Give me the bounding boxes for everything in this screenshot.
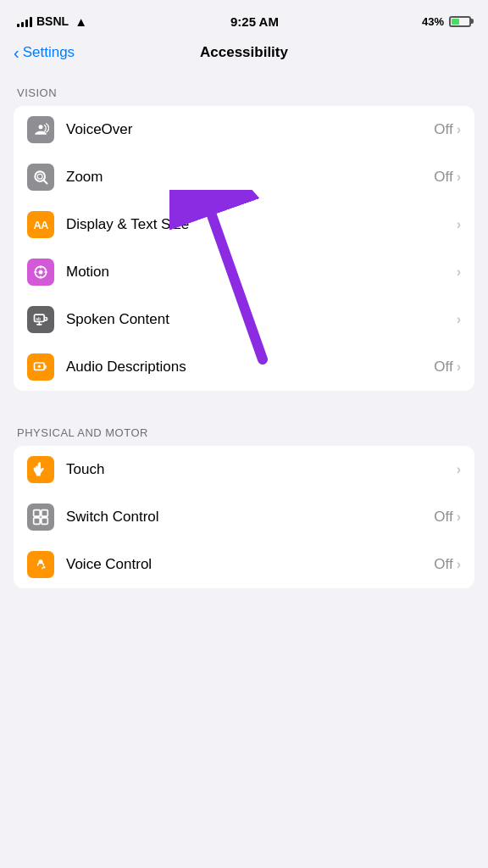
chevron-icon: › [457,217,461,232]
chevron-icon: › [457,170,461,185]
page-title: Accessibility [200,44,288,61]
chevron-icon: › [457,359,461,375]
spoken-content-content: Spoken Content › [66,311,461,328]
chevron-icon: › [457,557,461,572]
list-item-touch[interactable]: Touch › [14,446,474,493]
carrier-name: BSNL [36,14,69,28]
zoom-label: Zoom [66,169,103,186]
signal-bars-icon [17,15,32,27]
chevron-icon: › [457,312,461,327]
list-item-switch-control[interactable]: Switch Control Off › [14,493,474,541]
svg-text:ab: ab [36,316,41,321]
display-text-icon: AA [27,211,54,238]
touch-icon [27,456,54,483]
motion-content: Motion › [66,264,461,281]
spoken-content-value: › [457,312,461,327]
voiceover-icon [27,116,54,143]
motion-icon [27,259,54,286]
back-button[interactable]: ‹ Settings [14,44,75,61]
physical-motor-group: Touch › Switch Control Off › [14,446,474,588]
voiceover-value: Off › [434,121,461,138]
voice-control-icon [27,551,54,578]
section-label-vision: VISION [0,71,488,106]
svg-point-7 [39,270,43,275]
touch-value: › [457,462,461,477]
voice-control-content: Voice Control Off › [66,556,461,573]
display-text-content: Display & Text Size › [66,216,461,233]
list-item-audio-descriptions[interactable]: Audio Descriptions Off › [14,343,474,391]
audio-descriptions-icon [27,353,54,381]
status-time: 9:25 AM [230,14,279,29]
chevron-icon: › [457,462,461,477]
switch-control-content: Switch Control Off › [66,509,461,526]
svg-point-11 [38,365,41,368]
voiceover-content: VoiceOver Off › [66,121,461,138]
svg-line-5 [44,181,47,184]
status-right: 43% [422,15,471,28]
list-item-display-text-size[interactable]: AA Display & Text Size › [14,201,474,248]
navigation-bar: ‹ Settings Accessibility [0,37,488,71]
svg-point-2 [39,125,43,129]
list-item-voice-control[interactable]: Voice Control Off › [14,541,474,588]
content-area: VISION VoiceOver Off › [0,71,488,588]
switch-control-icon [27,504,54,531]
audio-descriptions-value: Off › [434,359,461,376]
list-item-spoken-content[interactable]: ab Spoken Content › [14,296,474,343]
wifi-icon: ▲ [75,14,87,29]
chevron-icon: › [457,264,461,280]
chevron-icon: › [457,122,461,137]
back-chevron-icon: ‹ [14,44,19,61]
vision-group: VoiceOver Off › Zoom Off › [14,106,474,391]
motion-label: Motion [66,264,109,281]
switch-control-value: Off › [434,509,461,526]
audio-descriptions-content: Audio Descriptions Off › [66,359,461,376]
motion-value: › [457,264,461,280]
list-item-motion[interactable]: Motion › [14,248,474,296]
audio-descriptions-label: Audio Descriptions [66,359,186,376]
list-item-voiceover[interactable]: VoiceOver Off › [14,106,474,153]
spoken-content-icon: ab [27,306,54,333]
status-left: BSNL ▲ [17,14,87,29]
svg-rect-12 [34,510,41,517]
svg-rect-14 [34,518,41,525]
voiceover-label: VoiceOver [66,121,132,138]
battery-icon [449,16,471,27]
display-text-value: › [457,217,461,232]
touch-label: Touch [66,461,104,478]
zoom-icon [27,164,54,191]
zoom-content: Zoom Off › [66,169,461,186]
svg-rect-13 [42,510,48,517]
svg-point-4 [37,174,42,179]
list-item-zoom[interactable]: Zoom Off › [14,153,474,201]
touch-content: Touch › [66,461,461,478]
display-text-label: Display & Text Size [66,216,189,233]
section-label-physical-motor: PHYSICAL AND MOTOR [0,411,488,446]
chevron-icon: › [457,509,461,525]
voice-control-label: Voice Control [66,556,152,573]
voice-control-value: Off › [434,556,461,573]
zoom-value: Off › [434,169,461,186]
battery-percentage: 43% [422,15,444,28]
back-button-label: Settings [23,44,75,61]
svg-rect-15 [42,518,48,525]
switch-control-label: Switch Control [66,509,159,526]
spoken-content-label: Spoken Content [66,311,169,328]
status-bar: BSNL ▲ 9:25 AM 43% [0,0,488,37]
